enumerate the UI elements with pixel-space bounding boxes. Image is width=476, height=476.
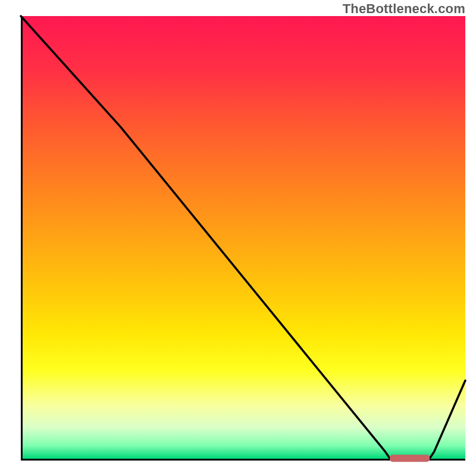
chart-container: TheBottleneck.com [0,0,476,476]
attribution-text: TheBottleneck.com [343,1,465,17]
bottleneck-chart [0,0,476,476]
plot-background [23,16,465,459]
sweet-spot-marker [390,455,430,462]
